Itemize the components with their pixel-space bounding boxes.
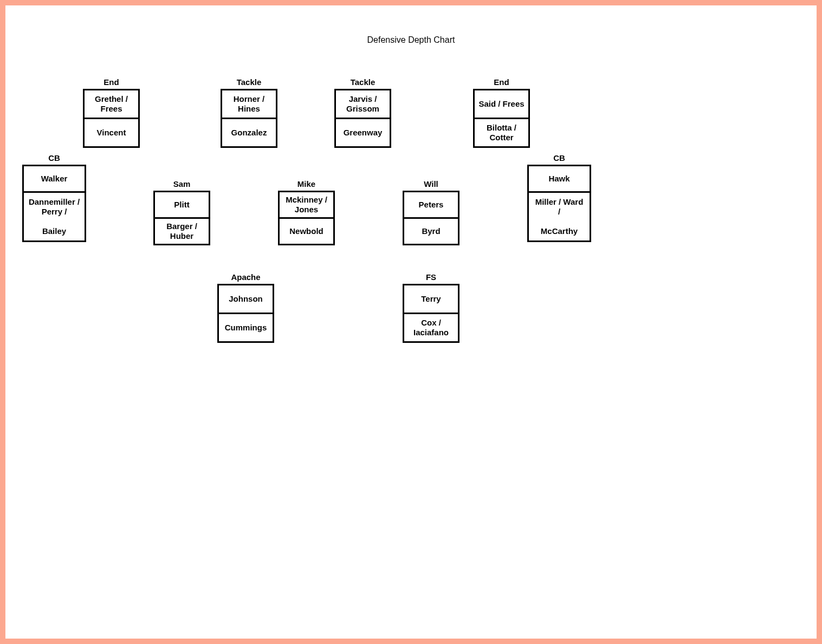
position-label: Apache bbox=[217, 272, 274, 282]
backup-cell: Bilotta / Cotter bbox=[475, 118, 528, 146]
position-will: Will Peters Byrd bbox=[403, 179, 459, 245]
position-apache: Apache Johnson Cummings bbox=[217, 272, 274, 343]
starter-cell: Hawk bbox=[529, 166, 590, 191]
depth-chart-page: Defensive Depth Chart End Grethel / Free… bbox=[0, 0, 822, 644]
backup-cell: Byrd bbox=[404, 217, 458, 244]
backup-cell: Vincent bbox=[85, 118, 138, 146]
starter-cell: Grethel / Frees bbox=[85, 90, 138, 118]
depth-chart: End Grethel / Frees Vincent Tackle Horne… bbox=[5, 77, 817, 375]
starter-cell: Walker bbox=[24, 166, 85, 191]
position-fs: FS Terry Cox / Iaciafano bbox=[403, 272, 459, 343]
backup-cell: Dannemiller / Perry / Bailey bbox=[24, 191, 85, 240]
backup-cell: Cummings bbox=[219, 313, 273, 341]
starter-cell: Terry bbox=[404, 285, 458, 313]
starter-cell: Peters bbox=[404, 192, 458, 217]
starter-cell: Jarvis / Grissom bbox=[336, 90, 390, 118]
position-tackle-left: Tackle Horner / Hines Gonzalez bbox=[221, 77, 277, 148]
starter-cell: Horner / Hines bbox=[222, 90, 276, 118]
position-label: Sam bbox=[153, 179, 210, 188]
backup-cell: Gonzalez bbox=[222, 118, 276, 146]
backup-cell: Barger / Huber bbox=[155, 217, 209, 244]
backup-cell: Miller / Ward / McCarthy bbox=[529, 191, 590, 240]
position-label: Tackle bbox=[334, 77, 391, 87]
position-cb-right: CB Hawk Miller / Ward / McCarthy bbox=[527, 153, 591, 242]
starter-cell: Said / Frees bbox=[475, 90, 528, 118]
position-sam: Sam Plitt Barger / Huber bbox=[153, 179, 210, 245]
starter-cell: Mckinney / Jones bbox=[280, 192, 333, 217]
position-label: CB bbox=[22, 153, 86, 162]
backup-cell: Greenway bbox=[336, 118, 390, 146]
position-label: Will bbox=[403, 179, 459, 188]
backup-cell: Cox / Iaciafano bbox=[404, 313, 458, 341]
position-label: FS bbox=[403, 272, 459, 282]
page-title: Defensive Depth Chart bbox=[5, 35, 817, 45]
position-label: Mike bbox=[278, 179, 335, 188]
position-label: End bbox=[473, 77, 530, 87]
position-label: CB bbox=[527, 153, 591, 162]
starter-cell: Johnson bbox=[219, 285, 273, 313]
position-end-left: End Grethel / Frees Vincent bbox=[83, 77, 140, 148]
starter-cell: Plitt bbox=[155, 192, 209, 217]
position-label: End bbox=[83, 77, 140, 87]
position-tackle-right: Tackle Jarvis / Grissom Greenway bbox=[334, 77, 391, 148]
position-cb-left: CB Walker Dannemiller / Perry / Bailey bbox=[22, 153, 86, 242]
position-mike: Mike Mckinney / Jones Newbold bbox=[278, 179, 335, 245]
position-label: Tackle bbox=[221, 77, 277, 87]
position-end-right: End Said / Frees Bilotta / Cotter bbox=[473, 77, 530, 148]
backup-cell: Newbold bbox=[280, 217, 333, 244]
